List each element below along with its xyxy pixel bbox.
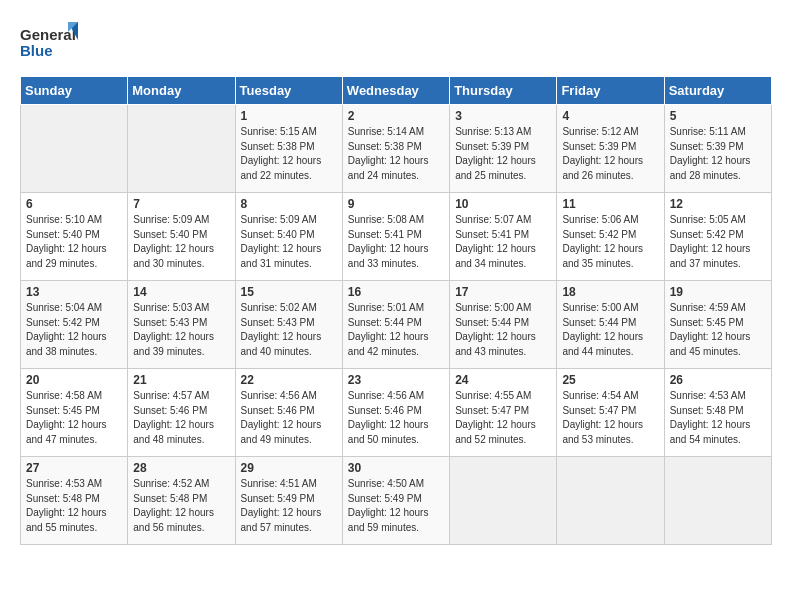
- day-info: Sunrise: 4:50 AM Sunset: 5:49 PM Dayligh…: [348, 477, 444, 535]
- calendar-cell: 3Sunrise: 5:13 AM Sunset: 5:39 PM Daylig…: [450, 105, 557, 193]
- day-info: Sunrise: 5:09 AM Sunset: 5:40 PM Dayligh…: [133, 213, 229, 271]
- day-number: 7: [133, 197, 229, 211]
- calendar-cell: 14Sunrise: 5:03 AM Sunset: 5:43 PM Dayli…: [128, 281, 235, 369]
- calendar-cell: 18Sunrise: 5:00 AM Sunset: 5:44 PM Dayli…: [557, 281, 664, 369]
- calendar-cell: 19Sunrise: 4:59 AM Sunset: 5:45 PM Dayli…: [664, 281, 771, 369]
- day-info: Sunrise: 5:13 AM Sunset: 5:39 PM Dayligh…: [455, 125, 551, 183]
- calendar-week-2: 6Sunrise: 5:10 AM Sunset: 5:40 PM Daylig…: [21, 193, 772, 281]
- day-info: Sunrise: 5:06 AM Sunset: 5:42 PM Dayligh…: [562, 213, 658, 271]
- calendar-cell: [128, 105, 235, 193]
- day-number: 26: [670, 373, 766, 387]
- day-info: Sunrise: 4:54 AM Sunset: 5:47 PM Dayligh…: [562, 389, 658, 447]
- calendar-cell: [557, 457, 664, 545]
- calendar-cell: 17Sunrise: 5:00 AM Sunset: 5:44 PM Dayli…: [450, 281, 557, 369]
- day-number: 18: [562, 285, 658, 299]
- calendar-cell: 5Sunrise: 5:11 AM Sunset: 5:39 PM Daylig…: [664, 105, 771, 193]
- calendar-cell: 11Sunrise: 5:06 AM Sunset: 5:42 PM Dayli…: [557, 193, 664, 281]
- day-number: 17: [455, 285, 551, 299]
- day-info: Sunrise: 4:53 AM Sunset: 5:48 PM Dayligh…: [26, 477, 122, 535]
- day-number: 13: [26, 285, 122, 299]
- day-info: Sunrise: 5:09 AM Sunset: 5:40 PM Dayligh…: [241, 213, 337, 271]
- calendar-header-row: SundayMondayTuesdayWednesdayThursdayFrid…: [21, 77, 772, 105]
- day-info: Sunrise: 5:01 AM Sunset: 5:44 PM Dayligh…: [348, 301, 444, 359]
- calendar-cell: 8Sunrise: 5:09 AM Sunset: 5:40 PM Daylig…: [235, 193, 342, 281]
- day-number: 2: [348, 109, 444, 123]
- calendar-week-5: 27Sunrise: 4:53 AM Sunset: 5:48 PM Dayli…: [21, 457, 772, 545]
- calendar-cell: 15Sunrise: 5:02 AM Sunset: 5:43 PM Dayli…: [235, 281, 342, 369]
- column-header-tuesday: Tuesday: [235, 77, 342, 105]
- day-info: Sunrise: 5:15 AM Sunset: 5:38 PM Dayligh…: [241, 125, 337, 183]
- calendar-cell: 30Sunrise: 4:50 AM Sunset: 5:49 PM Dayli…: [342, 457, 449, 545]
- day-number: 3: [455, 109, 551, 123]
- day-number: 28: [133, 461, 229, 475]
- calendar-table: SundayMondayTuesdayWednesdayThursdayFrid…: [20, 76, 772, 545]
- day-info: Sunrise: 5:08 AM Sunset: 5:41 PM Dayligh…: [348, 213, 444, 271]
- day-number: 5: [670, 109, 766, 123]
- calendar-cell: 27Sunrise: 4:53 AM Sunset: 5:48 PM Dayli…: [21, 457, 128, 545]
- calendar-week-3: 13Sunrise: 5:04 AM Sunset: 5:42 PM Dayli…: [21, 281, 772, 369]
- calendar-cell: 9Sunrise: 5:08 AM Sunset: 5:41 PM Daylig…: [342, 193, 449, 281]
- svg-text:Blue: Blue: [20, 42, 53, 59]
- day-number: 11: [562, 197, 658, 211]
- day-number: 21: [133, 373, 229, 387]
- calendar-cell: [450, 457, 557, 545]
- calendar-cell: [21, 105, 128, 193]
- day-number: 25: [562, 373, 658, 387]
- column-header-thursday: Thursday: [450, 77, 557, 105]
- column-header-sunday: Sunday: [21, 77, 128, 105]
- day-number: 24: [455, 373, 551, 387]
- day-info: Sunrise: 5:10 AM Sunset: 5:40 PM Dayligh…: [26, 213, 122, 271]
- day-info: Sunrise: 5:14 AM Sunset: 5:38 PM Dayligh…: [348, 125, 444, 183]
- day-number: 29: [241, 461, 337, 475]
- calendar-week-4: 20Sunrise: 4:58 AM Sunset: 5:45 PM Dayli…: [21, 369, 772, 457]
- calendar-cell: 29Sunrise: 4:51 AM Sunset: 5:49 PM Dayli…: [235, 457, 342, 545]
- calendar-cell: 26Sunrise: 4:53 AM Sunset: 5:48 PM Dayli…: [664, 369, 771, 457]
- day-info: Sunrise: 4:53 AM Sunset: 5:48 PM Dayligh…: [670, 389, 766, 447]
- day-number: 1: [241, 109, 337, 123]
- calendar-cell: 13Sunrise: 5:04 AM Sunset: 5:42 PM Dayli…: [21, 281, 128, 369]
- calendar-cell: 10Sunrise: 5:07 AM Sunset: 5:41 PM Dayli…: [450, 193, 557, 281]
- day-number: 27: [26, 461, 122, 475]
- day-info: Sunrise: 5:02 AM Sunset: 5:43 PM Dayligh…: [241, 301, 337, 359]
- day-info: Sunrise: 5:00 AM Sunset: 5:44 PM Dayligh…: [562, 301, 658, 359]
- day-info: Sunrise: 4:51 AM Sunset: 5:49 PM Dayligh…: [241, 477, 337, 535]
- day-number: 10: [455, 197, 551, 211]
- calendar-cell: [664, 457, 771, 545]
- calendar-wrapper: SundayMondayTuesdayWednesdayThursdayFrid…: [10, 76, 782, 555]
- day-info: Sunrise: 5:05 AM Sunset: 5:42 PM Dayligh…: [670, 213, 766, 271]
- day-number: 4: [562, 109, 658, 123]
- calendar-cell: 4Sunrise: 5:12 AM Sunset: 5:39 PM Daylig…: [557, 105, 664, 193]
- logo-icon: General Blue: [20, 20, 80, 68]
- column-header-monday: Monday: [128, 77, 235, 105]
- calendar-week-1: 1Sunrise: 5:15 AM Sunset: 5:38 PM Daylig…: [21, 105, 772, 193]
- day-info: Sunrise: 4:55 AM Sunset: 5:47 PM Dayligh…: [455, 389, 551, 447]
- day-number: 12: [670, 197, 766, 211]
- day-number: 15: [241, 285, 337, 299]
- day-number: 16: [348, 285, 444, 299]
- calendar-cell: 16Sunrise: 5:01 AM Sunset: 5:44 PM Dayli…: [342, 281, 449, 369]
- calendar-cell: 21Sunrise: 4:57 AM Sunset: 5:46 PM Dayli…: [128, 369, 235, 457]
- calendar-cell: 2Sunrise: 5:14 AM Sunset: 5:38 PM Daylig…: [342, 105, 449, 193]
- day-info: Sunrise: 5:12 AM Sunset: 5:39 PM Dayligh…: [562, 125, 658, 183]
- calendar-cell: 24Sunrise: 4:55 AM Sunset: 5:47 PM Dayli…: [450, 369, 557, 457]
- day-number: 30: [348, 461, 444, 475]
- day-info: Sunrise: 5:11 AM Sunset: 5:39 PM Dayligh…: [670, 125, 766, 183]
- day-info: Sunrise: 5:00 AM Sunset: 5:44 PM Dayligh…: [455, 301, 551, 359]
- calendar-cell: 1Sunrise: 5:15 AM Sunset: 5:38 PM Daylig…: [235, 105, 342, 193]
- calendar-cell: 12Sunrise: 5:05 AM Sunset: 5:42 PM Dayli…: [664, 193, 771, 281]
- calendar-cell: 23Sunrise: 4:56 AM Sunset: 5:46 PM Dayli…: [342, 369, 449, 457]
- day-info: Sunrise: 4:58 AM Sunset: 5:45 PM Dayligh…: [26, 389, 122, 447]
- column-header-friday: Friday: [557, 77, 664, 105]
- logo: General Blue: [20, 20, 80, 68]
- day-info: Sunrise: 4:52 AM Sunset: 5:48 PM Dayligh…: [133, 477, 229, 535]
- day-number: 22: [241, 373, 337, 387]
- column-header-saturday: Saturday: [664, 77, 771, 105]
- calendar-cell: 25Sunrise: 4:54 AM Sunset: 5:47 PM Dayli…: [557, 369, 664, 457]
- calendar-cell: 20Sunrise: 4:58 AM Sunset: 5:45 PM Dayli…: [21, 369, 128, 457]
- day-number: 8: [241, 197, 337, 211]
- calendar-cell: 7Sunrise: 5:09 AM Sunset: 5:40 PM Daylig…: [128, 193, 235, 281]
- day-info: Sunrise: 4:57 AM Sunset: 5:46 PM Dayligh…: [133, 389, 229, 447]
- calendar-cell: 22Sunrise: 4:56 AM Sunset: 5:46 PM Dayli…: [235, 369, 342, 457]
- day-info: Sunrise: 4:56 AM Sunset: 5:46 PM Dayligh…: [241, 389, 337, 447]
- day-info: Sunrise: 5:04 AM Sunset: 5:42 PM Dayligh…: [26, 301, 122, 359]
